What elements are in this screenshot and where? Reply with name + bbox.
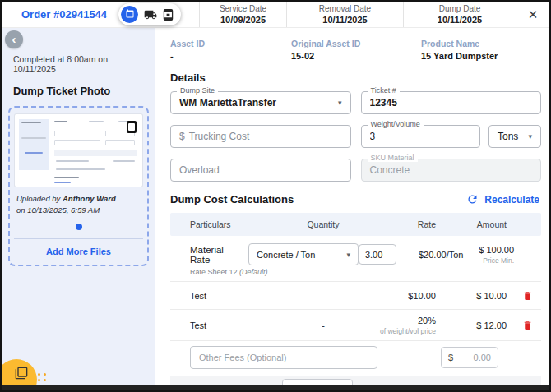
upload-timestamp: on 10/13/2025, 6:59 AM (16, 205, 100, 214)
photo-sidebar: ‹ Completed at 8:00am on 10/11/2025 Dump… (2, 28, 155, 387)
other-fees-input[interactable] (190, 346, 377, 369)
material-amount: $ 100.00 (463, 245, 514, 255)
divider (14, 238, 143, 239)
overload-field[interactable]: Overload (170, 159, 351, 182)
order-dates: Service Date 10/09/2025 Removal Date 10/… (199, 2, 516, 27)
truck-icon[interactable] (144, 8, 157, 21)
order-number: Order #02941544 (21, 8, 107, 21)
delete-fee-icon[interactable] (522, 320, 533, 331)
removal-date: Removal Date 10/11/2025 (286, 2, 403, 27)
uploader-name: Anthony Ward (63, 194, 116, 203)
dump-ticket-thumbnail[interactable] (15, 114, 142, 187)
weight-volume-input[interactable] (370, 131, 472, 142)
delete-fee-icon[interactable] (522, 290, 533, 302)
calc-heading: Dump Cost Calculations (170, 193, 294, 205)
trucking-cost-field[interactable]: $Trucking Cost (170, 125, 351, 148)
schedule-tab-active[interactable] (121, 6, 138, 23)
original-asset-id: Original Asset ID 15-02 (291, 39, 421, 61)
sku-material-field: SKU Material Concrete (361, 159, 542, 182)
calendar-icon (125, 7, 135, 22)
dollar-prefix: $ (179, 131, 185, 142)
rate-note: of weight/vol price (357, 327, 436, 335)
material-rate-value: $20.00/Ton (407, 250, 464, 260)
service-date: Service Date 10/09/2025 (199, 2, 286, 27)
photo-section-title: Dump Ticket Photo (13, 85, 149, 97)
refresh-icon (466, 193, 479, 205)
chevron-down-icon: ▾ (338, 99, 342, 107)
drag-handle[interactable] (38, 373, 46, 381)
material-rate-row: Material Rate Concrete / Ton ▾ $20.00/To… (170, 236, 541, 281)
details-form: Dump Site WM MariettaTransfer ▾ Ticket #… (170, 91, 541, 182)
carousel-dot[interactable] (76, 224, 82, 230)
asset-info-row: Asset ID - Original Asset ID 15-02 Produ… (170, 39, 541, 61)
dump-site-select[interactable]: Dump Site WM MariettaTransfer ▾ (170, 91, 351, 114)
recalculate-button[interactable]: Recalculate (466, 193, 539, 205)
fee-row: Test - 20% of weight/vol price $ 12.00 (170, 309, 541, 340)
other-fees-amount-field[interactable]: $ (441, 347, 498, 368)
back-button[interactable]: ‹ (5, 30, 23, 48)
details-heading: Details (170, 71, 541, 84)
order-details-panel: Asset ID - Original Asset ID 15-02 Produ… (155, 28, 549, 387)
dump-ticket-icon[interactable] (163, 9, 174, 21)
fee-row: Test - $10.00 $ 10.00 (170, 281, 541, 309)
dump-date: Dump Date 10/11/2025 (403, 2, 516, 27)
other-fees-amount-input[interactable] (453, 353, 491, 362)
chevron-down-icon: ▾ (346, 251, 350, 259)
weight-volume-field[interactable]: Weight/Volume (361, 125, 481, 148)
add-more-files-link[interactable]: Add More Files (15, 247, 142, 256)
price-min-note: Price Min. (463, 256, 514, 265)
chevron-down-icon: ▾ (528, 132, 532, 141)
dialog-header: Order #02941544 Service Da (2, 2, 549, 28)
layers-icon (15, 367, 28, 383)
material-select[interactable]: Concrete / Ton ▾ (248, 243, 359, 265)
asset-id: Asset ID - (170, 39, 291, 61)
ticket-number-input[interactable] (370, 97, 533, 108)
chevron-left-icon: ‹ (12, 32, 16, 46)
window-bottom-edge (2, 385, 549, 390)
thumbnail-phone-icon (127, 121, 137, 133)
rate-sheet-note: Rate Sheet 12 (Default) (190, 268, 533, 276)
other-fees-row: $ (170, 340, 541, 376)
close-icon[interactable]: ✕ (516, 2, 549, 28)
completed-status: Completed at 8:00am on 10/11/2025 (13, 54, 149, 74)
upload-caption: Uploaded by Anthony Ward on 10/13/2025, … (16, 193, 141, 216)
product-name: Product Name 15 Yard Dumpster (421, 39, 498, 61)
order-icon-toolbar (118, 3, 181, 25)
calc-table-header: Particulars Quantity Rate Amount (170, 213, 541, 236)
unit-select[interactable]: Tons ▾ (488, 125, 541, 148)
upload-dropzone: Uploaded by Anthony Ward on 10/13/2025, … (8, 106, 149, 266)
ticket-number-field[interactable]: Ticket # (361, 91, 542, 114)
order-dialog: Order #02941544 Service Da (0, 0, 551, 392)
material-quantity-input[interactable] (359, 244, 396, 265)
calc-table: Particulars Quantity Rate Amount Materia… (170, 213, 541, 387)
